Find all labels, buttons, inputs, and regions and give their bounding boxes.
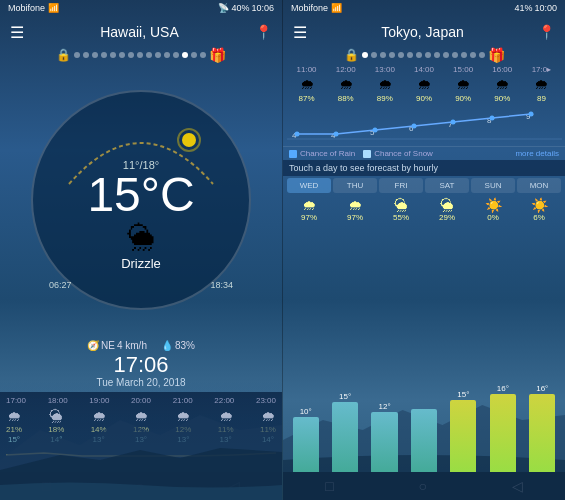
- dot-6: [119, 52, 125, 58]
- day-tab-thu[interactable]: THU: [333, 178, 377, 193]
- snow-dot: [363, 150, 371, 158]
- list-item: 15°: [326, 226, 363, 472]
- right-panel: Mobifone 📶 41% 10:00 ☰ Tokyo, Japan 📍 🔒 …: [282, 0, 565, 500]
- nav-back-button-right[interactable]: ◁: [512, 478, 523, 494]
- battery-right: 41%: [514, 3, 532, 13]
- h-icon-1: 🌧: [287, 76, 326, 92]
- list-item: 🌦 18% 14°: [48, 408, 64, 444]
- legend-rain-label: Chance of Rain: [300, 149, 355, 158]
- dot-14: [191, 52, 197, 58]
- hourly-pct: 12%: [133, 425, 149, 434]
- nav-square-button[interactable]: □: [42, 478, 50, 494]
- list-item: 🌧 21% 15°: [6, 408, 22, 444]
- location-title-left: Hawaii, USA: [100, 24, 179, 40]
- status-bar-right: Mobifone 📶 41% 10:00: [283, 0, 565, 16]
- svg-point-11: [334, 132, 339, 137]
- hourly-weather-icon: 🌧: [176, 408, 190, 424]
- wifi-icon: 📡: [218, 3, 229, 13]
- page-dots-right: 🔒 🎁: [283, 48, 565, 62]
- time-right: 10:00: [534, 3, 557, 13]
- status-bar-left: Mobifone 📶 📡 40% 10:06: [0, 0, 282, 16]
- dot-r-13: [470, 52, 476, 58]
- legend-rain: Chance of Rain: [289, 149, 355, 158]
- hourly-pct: 12%: [175, 425, 191, 434]
- dot-r-5: [398, 52, 404, 58]
- day-icon-sat: 🌦: [425, 197, 469, 213]
- lock-icon: 🔒: [56, 48, 71, 62]
- wind-row: 🧭 NE 4 km/h 💧 83%: [0, 338, 282, 353]
- menu-icon[interactable]: ☰: [10, 23, 24, 42]
- day-pct-fri: 55%: [379, 213, 423, 222]
- left-panel: Mobifone 📶 📡 40% 10:06 ☰ Hawaii, USA 📍 🔒…: [0, 0, 282, 500]
- legend-snow: Chance of Snow: [363, 149, 433, 158]
- dot-1: [74, 52, 80, 58]
- list-item: 🌧 11% 14°: [260, 408, 276, 444]
- bar-chart-area: 10° 15° 12° 15° 16°: [283, 224, 565, 472]
- nav-home-button-right[interactable]: ○: [419, 478, 427, 494]
- dot-r-4: [389, 52, 395, 58]
- bar-wed: [293, 417, 319, 472]
- signal-icon-right: 📶: [331, 3, 342, 13]
- day-tab-sat[interactable]: SAT: [425, 178, 469, 193]
- list-item: 🌧 97%: [333, 197, 377, 222]
- signal-icon: 📶: [48, 3, 59, 13]
- day-pct-thu: 97%: [333, 213, 377, 222]
- location-icon-right[interactable]: 📍: [538, 24, 555, 40]
- h-icon-7: 🌧: [522, 76, 561, 92]
- day-tab-wed[interactable]: WED: [287, 178, 331, 193]
- list-item: 🌧 14% 13°: [91, 408, 107, 444]
- hourly-temp: 15°: [8, 435, 20, 444]
- dot-5: [110, 52, 116, 58]
- dot-r-active: [362, 52, 368, 58]
- humidity-icon: 💧: [161, 340, 173, 351]
- day-tab-sun[interactable]: SUN: [471, 178, 515, 193]
- dot-r-2: [371, 52, 377, 58]
- day-tab-mon[interactable]: MON: [517, 178, 561, 193]
- svg-point-16: [529, 112, 534, 117]
- list-item: [405, 226, 442, 472]
- menu-icon-right[interactable]: ☰: [293, 23, 307, 42]
- dot-r-11: [452, 52, 458, 58]
- svg-point-1: [182, 133, 196, 147]
- nav-square-button-right[interactable]: □: [325, 478, 333, 494]
- wind-dir-label: NE: [101, 340, 115, 351]
- list-item: 12°: [366, 226, 403, 472]
- gift-icon-right[interactable]: 🎁: [488, 47, 505, 63]
- bar-chart: 10° 15° 12° 15° 16°: [287, 226, 561, 472]
- dot-r-9: [434, 52, 440, 58]
- hourly-temp: 14°: [50, 435, 62, 444]
- day-icon-wed: 🌧: [287, 197, 331, 213]
- gift-icon[interactable]: 🎁: [209, 47, 226, 63]
- day-icon-fri: 🌦: [379, 197, 423, 213]
- day-icon-sun: ☀️: [471, 197, 515, 213]
- more-details-link[interactable]: more details: [515, 149, 559, 158]
- day-pct-sun: 0%: [471, 213, 515, 222]
- bar-thu: [332, 402, 358, 472]
- list-item: 🌧 12% 13°: [175, 408, 191, 444]
- wind-speed-label: 4 km/h: [117, 340, 147, 351]
- dot-2: [83, 52, 89, 58]
- hourly-temp: 13°: [135, 435, 147, 444]
- dot-10: [155, 52, 161, 58]
- list-item: 🌦 55%: [379, 197, 423, 222]
- dot-9: [146, 52, 152, 58]
- current-date: Tue March 20, 2018: [0, 377, 282, 392]
- hourly-time-row: 11:00 12:00 13:00 14:00 15:00 16:00 17:0…: [283, 64, 565, 75]
- nav-home-button[interactable]: ○: [136, 478, 144, 494]
- day-tab-fri[interactable]: FRI: [379, 178, 423, 193]
- hourly-times: 17:00 18:00 19:00 20:00 21:00 22:00 23:0…: [6, 396, 276, 405]
- h-icon-4: 🌧: [404, 76, 443, 92]
- compass-icon: 🧭: [87, 340, 99, 351]
- h-icon-5: 🌧: [444, 76, 483, 92]
- dot-r-6: [407, 52, 413, 58]
- svg-point-14: [451, 120, 456, 125]
- dot-13-active: [182, 52, 188, 58]
- list-item: 16°: [484, 226, 521, 472]
- dot-12: [173, 52, 179, 58]
- hourly-temp: 13°: [220, 435, 232, 444]
- day-icon-thu: 🌧: [333, 197, 377, 213]
- location-icon-left[interactable]: 📍: [255, 24, 272, 40]
- nav-back-button[interactable]: ◁: [229, 478, 240, 494]
- list-item: 🌧 97%: [287, 197, 331, 222]
- list-item: 🌧 12% 13°: [133, 408, 149, 444]
